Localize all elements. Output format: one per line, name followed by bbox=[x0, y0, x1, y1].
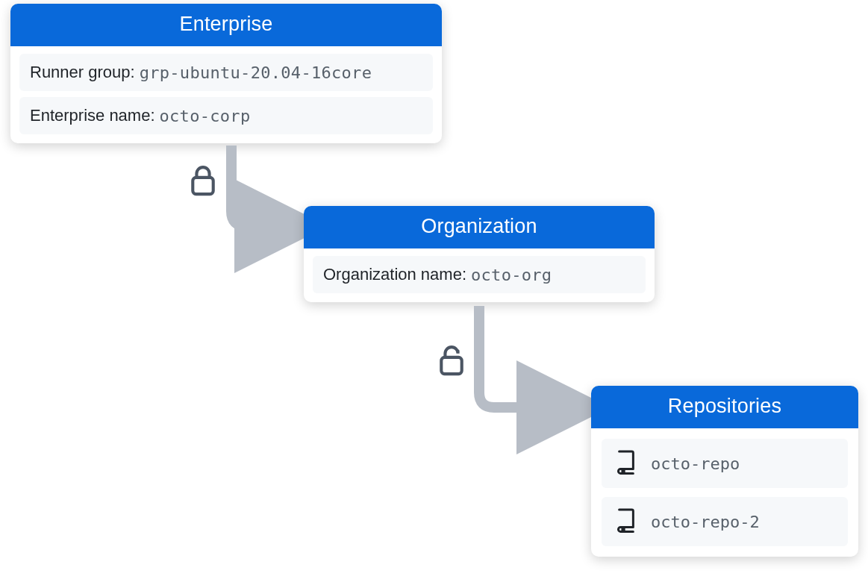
repositories-card: Repositories octo-repo octo-repo-2 bbox=[591, 386, 858, 557]
repo-item: octo-repo-2 bbox=[602, 497, 848, 546]
organization-body: Organization name: octo-org bbox=[304, 248, 655, 302]
organization-name-label: Organization name: bbox=[323, 265, 466, 284]
lock-open-icon bbox=[436, 343, 467, 382]
organization-card: Organization Organization name: octo-org bbox=[304, 206, 655, 302]
enterprise-body: Runner group: grp-ubuntu-20.04-16core En… bbox=[10, 46, 442, 143]
repo-name: octo-repo-2 bbox=[651, 513, 760, 531]
organization-header: Organization bbox=[304, 206, 655, 248]
svg-rect-1 bbox=[441, 357, 461, 374]
svg-rect-0 bbox=[193, 178, 213, 194]
repo-name: octo-repo bbox=[651, 454, 740, 473]
enterprise-name-value: octo-corp bbox=[160, 107, 251, 125]
enterprise-name-label: Enterprise name: bbox=[30, 106, 155, 125]
repositories-body: octo-repo octo-repo-2 bbox=[591, 428, 858, 557]
runner-group-value: grp-ubuntu-20.04-16core bbox=[140, 63, 372, 82]
organization-name-value: octo-org bbox=[471, 266, 552, 284]
enterprise-name-row: Enterprise name: octo-corp bbox=[19, 97, 433, 134]
enterprise-header: Enterprise bbox=[10, 4, 442, 46]
repositories-header: Repositories bbox=[591, 386, 858, 428]
enterprise-card: Enterprise Runner group: grp-ubuntu-20.0… bbox=[10, 4, 442, 143]
repo-icon bbox=[615, 507, 637, 536]
repo-item: octo-repo bbox=[602, 439, 848, 488]
runner-group-label: Runner group: bbox=[30, 63, 135, 82]
repo-icon bbox=[615, 449, 637, 478]
organization-name-row: Organization name: octo-org bbox=[313, 256, 646, 293]
runner-group-row: Runner group: grp-ubuntu-20.04-16core bbox=[19, 54, 433, 91]
lock-closed-icon bbox=[187, 163, 219, 202]
connector-org-to-repos bbox=[472, 306, 606, 433]
